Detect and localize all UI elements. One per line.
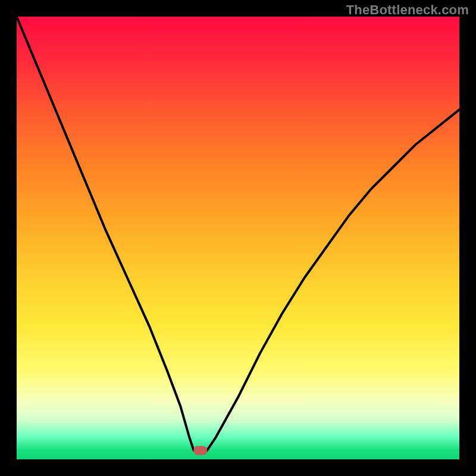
chart-frame: TheBottleneck.com [0,0,476,476]
bottleneck-curve [17,17,459,450]
watermark-text: TheBottleneck.com [346,2,469,18]
optimum-marker [194,446,207,455]
curve-layer [17,17,459,459]
plot-area [17,17,459,459]
